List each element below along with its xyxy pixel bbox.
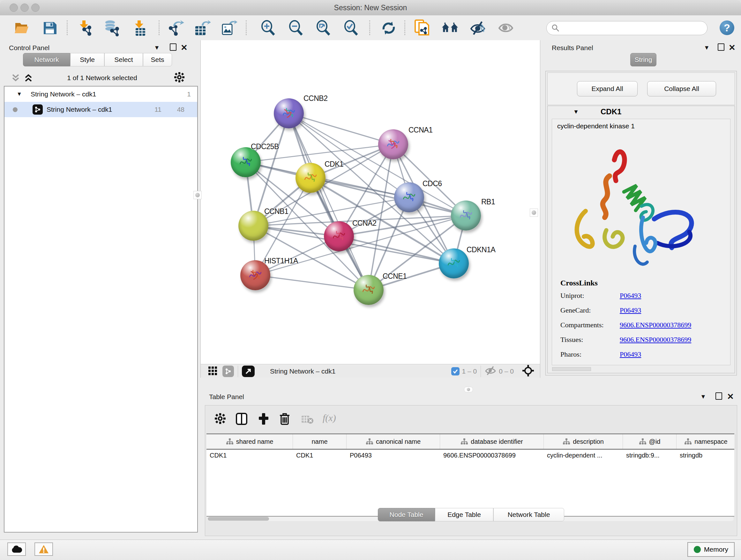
collection-expander-icon[interactable]: ▼: [17, 91, 22, 98]
zoom-in-icon[interactable]: [260, 20, 277, 37]
network-node-CDC25B[interactable]: [231, 147, 261, 177]
panel-undock-icon[interactable]: [170, 44, 177, 51]
panel-undock-icon[interactable]: [716, 392, 722, 400]
network-row-selected[interactable]: String Network – cdk1 11 48: [4, 102, 197, 117]
show-all-icon[interactable]: [498, 20, 515, 37]
selected-checkbox-icon[interactable]: [451, 367, 460, 375]
tab-network-table[interactable]: Network Table: [493, 508, 564, 521]
export-network-icon[interactable]: [167, 20, 184, 37]
tab-network[interactable]: Network: [23, 53, 70, 66]
delete-column-trash-icon[interactable]: [279, 413, 290, 427]
column-header-description[interactable]: description: [544, 434, 623, 449]
tab-select[interactable]: Select: [105, 53, 143, 66]
add-column-icon[interactable]: [258, 413, 270, 427]
cloud-status-button[interactable]: [7, 543, 26, 556]
fit-crosshair-icon[interactable]: [522, 365, 534, 378]
panel-float-icon[interactable]: ▾: [705, 44, 709, 51]
open-in-new-window-icon[interactable]: [242, 366, 255, 377]
hide-selected-icon[interactable]: [470, 20, 486, 37]
edge-CDK1-RB1[interactable]: [311, 178, 466, 215]
panel-close-icon[interactable]: ✕: [181, 44, 188, 52]
table-cell[interactable]: P06493: [347, 452, 440, 459]
crosslink-link[interactable]: P06493: [620, 350, 641, 359]
memory-button[interactable]: Memory: [687, 542, 735, 557]
results-scrollbar[interactable]: [552, 367, 591, 371]
collapse-all-networks-icon[interactable]: [11, 73, 20, 84]
panel-float-icon[interactable]: ▾: [701, 393, 705, 400]
edge-CCNB2-CCNE1[interactable]: [289, 113, 368, 290]
save-session-icon[interactable]: [42, 20, 58, 37]
table-cell[interactable]: CDK1: [206, 452, 293, 459]
export-image-icon[interactable]: [221, 20, 238, 37]
show-columns-icon[interactable]: [235, 413, 248, 427]
column-header--id[interactable]: @id: [623, 434, 677, 449]
refresh-icon[interactable]: [381, 20, 397, 37]
crosslink-link[interactable]: P06493: [620, 292, 641, 300]
network-node-RB1[interactable]: [451, 200, 481, 231]
table-cell[interactable]: stringdb:9...: [623, 452, 677, 459]
result-expander-icon[interactable]: ▼: [573, 109, 579, 115]
tab-node-table[interactable]: Node Table: [378, 508, 435, 521]
collapse-all-button[interactable]: Collapse All: [647, 81, 716, 97]
zoom-out-icon[interactable]: [288, 20, 305, 37]
network-node-CDK1[interactable]: [295, 163, 326, 193]
crosslink-link[interactable]: 9606.ENSP00000378699: [620, 335, 691, 344]
panel-float-icon[interactable]: ▾: [155, 44, 158, 51]
birdseye-grid-icon[interactable]: [208, 366, 218, 377]
table-cell[interactable]: stringdb: [677, 452, 736, 459]
panel-close-icon[interactable]: ✕: [729, 44, 736, 52]
import-network-icon[interactable]: [77, 20, 93, 37]
crosslink-link[interactable]: P06493: [620, 306, 641, 314]
export-table-icon[interactable]: [194, 20, 211, 37]
network-canvas[interactable]: CCNB2CCNA1CDC25BCDK1CDC6RB1CCNB1CCNA2CDK…: [201, 40, 540, 364]
network-options-gear-icon[interactable]: [174, 71, 185, 84]
network-share-toggle-icon[interactable]: [222, 366, 234, 377]
crosslink-link[interactable]: 9606.ENSP00000378699: [620, 321, 691, 329]
zoom-fit-icon[interactable]: [315, 20, 332, 37]
edge-CCNE1-HIST1H1A[interactable]: [255, 275, 368, 290]
search-box[interactable]: [546, 21, 708, 35]
column-header-namespace[interactable]: namespace: [677, 434, 736, 449]
tab-sets[interactable]: Sets: [143, 53, 172, 66]
horizontal-splitter-grip[interactable]: [464, 387, 473, 392]
zoom-selected-icon[interactable]: [343, 20, 360, 37]
network-node-CCNA1[interactable]: [378, 129, 408, 159]
hidden-eye-icon[interactable]: [485, 366, 496, 377]
table-cell[interactable]: 9606.ENSP00000378699: [440, 452, 544, 459]
tab-edge-table[interactable]: Edge Table: [435, 508, 493, 521]
network-collection-row[interactable]: ▼ String Network – cdk1 1: [4, 86, 197, 102]
column-header-canonical-name[interactable]: canonical name: [347, 434, 440, 449]
tab-style[interactable]: Style: [70, 53, 105, 66]
scrollbar-thumb[interactable]: [208, 517, 269, 521]
column-header-database-identifier[interactable]: database identifier: [440, 434, 544, 449]
network-node-CDC6[interactable]: [394, 182, 424, 212]
clone-network-icon[interactable]: [414, 20, 430, 37]
network-node-CCNB1[interactable]: [239, 211, 268, 241]
help-button[interactable]: ?: [720, 20, 734, 35]
table-cell[interactable]: cyclin-dependent ...: [544, 452, 623, 459]
panel-undock-icon[interactable]: [718, 44, 724, 51]
expand-all-networks-icon[interactable]: [23, 73, 33, 84]
import-table-icon[interactable]: [132, 20, 148, 37]
first-neighbors-icon[interactable]: [442, 20, 458, 37]
left-splitter-grip[interactable]: [193, 191, 202, 199]
tab-string[interactable]: String: [630, 53, 657, 66]
search-input[interactable]: [560, 24, 698, 32]
network-node-CCNE1[interactable]: [354, 275, 384, 305]
panel-close-icon[interactable]: ✕: [727, 392, 734, 401]
network-node-CCNA2[interactable]: [324, 221, 354, 251]
edge-CCNB2-CCNA1[interactable]: [289, 113, 393, 144]
open-session-icon[interactable]: [13, 20, 30, 37]
table-cell[interactable]: CDK1: [293, 452, 347, 459]
import-database-icon[interactable]: [104, 20, 120, 37]
right-splitter-grip[interactable]: [530, 208, 538, 217]
network-node-CDKN1A[interactable]: [439, 248, 469, 278]
table-row[interactable]: CDK1CDK1P064939606.ENSP00000378699cyclin…: [206, 449, 734, 461]
edge-CCNA2-CDKN1A[interactable]: [339, 236, 454, 263]
column-header-shared-name[interactable]: shared name: [206, 434, 293, 449]
expand-all-button[interactable]: Expand All: [577, 81, 637, 97]
table-options-gear-icon[interactable]: [214, 413, 226, 426]
column-header-name[interactable]: name: [293, 434, 347, 449]
warnings-button[interactable]: [35, 543, 53, 556]
network-node-CCNB2[interactable]: [274, 98, 304, 128]
